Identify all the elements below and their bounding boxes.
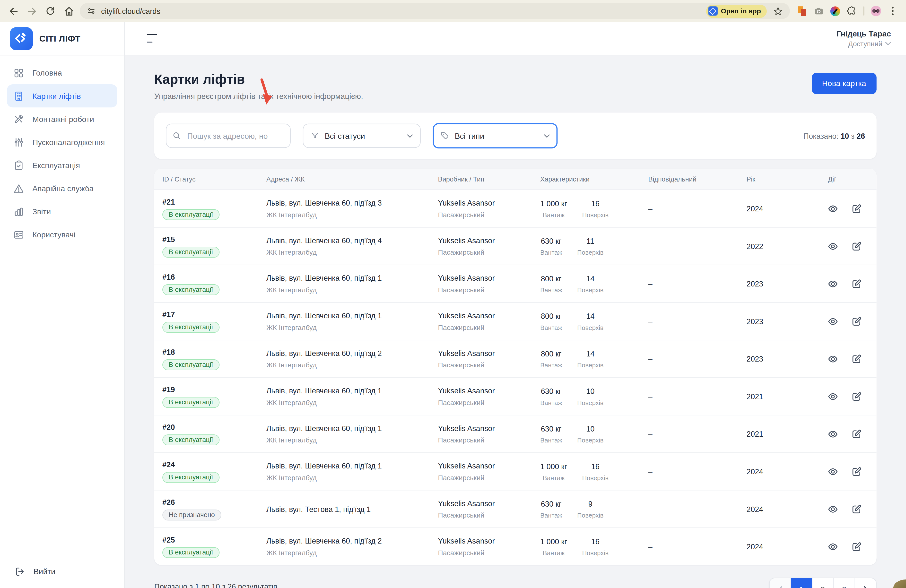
weight-value: 800 кг — [540, 274, 562, 283]
view-button[interactable] — [828, 279, 838, 288]
profile-avatar[interactable] — [871, 6, 881, 16]
table-row: #19В експлуатаціїЛьвів, вул. Шевченка 60… — [154, 378, 877, 416]
sidebar-item-7[interactable]: Звіти — [7, 200, 117, 223]
page-button-2[interactable]: 2 — [812, 578, 834, 588]
column-header: Адреса / ЖК — [266, 176, 438, 183]
view-icon — [828, 316, 838, 326]
edit-icon — [852, 467, 861, 476]
address-cell: Львів, вул. Шевченка 60, під'їзд 1ЖК Інт… — [266, 311, 438, 331]
floors-label: Поверхів — [577, 399, 604, 406]
sidebar-item-4[interactable]: Пусконалагодження — [7, 131, 117, 153]
page-button-3[interactable]: 3 — [834, 578, 855, 588]
edit-button[interactable] — [852, 241, 861, 251]
edit-button[interactable] — [852, 542, 861, 551]
search-input[interactable] — [186, 131, 284, 141]
view-button[interactable] — [828, 542, 838, 551]
actions-cell — [828, 279, 877, 288]
search-box[interactable] — [166, 124, 291, 148]
view-button[interactable] — [828, 204, 838, 214]
view-icon — [828, 392, 838, 401]
responsible-cell: – — [648, 204, 746, 213]
prev-page-button[interactable] — [770, 578, 791, 588]
table-row: #26Не призначеноЛьвів, вул. Тестова 1, п… — [154, 491, 877, 528]
chevron-down-icon — [885, 41, 891, 46]
extension-orange-icon[interactable] — [798, 6, 807, 16]
warning-triangle-icon — [13, 183, 24, 194]
view-icon — [828, 204, 838, 214]
address-bar[interactable]: citylift.cloud/cards Open in app — [80, 3, 790, 19]
forward-icon[interactable] — [24, 3, 39, 19]
sidebar: СІТІ ЛІФТ ГоловнаКартки ліфтівМонтажні р… — [0, 22, 125, 588]
address-cell: Львів, вул. Шевченка 60, під'їзд 1ЖК Інт… — [266, 461, 438, 481]
status-filter-dropdown[interactable]: Всі статуси — [303, 124, 421, 148]
extensions-puzzle-icon[interactable] — [847, 6, 857, 16]
lift-id: #20 — [162, 422, 266, 431]
camera-extension-icon[interactable] — [813, 6, 824, 16]
view-button[interactable] — [828, 429, 838, 438]
new-card-button[interactable]: Нова картка — [812, 73, 877, 94]
page-button-1[interactable]: 1 — [791, 578, 812, 588]
warning-icon — [13, 183, 24, 194]
sidebar-collapse-icon[interactable] — [147, 34, 157, 43]
responsible-cell: – — [648, 467, 746, 476]
view-button[interactable] — [828, 316, 838, 326]
id-status-cell: #19В експлуатації — [162, 385, 266, 408]
edit-icon — [852, 241, 861, 251]
url-text[interactable]: citylift.cloud/cards — [101, 6, 701, 15]
column-header: Відповідальний — [648, 176, 746, 183]
view-button[interactable] — [828, 467, 838, 476]
view-button[interactable] — [828, 354, 838, 363]
sidebar-item-8[interactable]: Користувачі — [7, 223, 117, 246]
edit-button[interactable] — [852, 429, 861, 438]
bookmark-star-icon[interactable] — [773, 6, 783, 16]
results-summary: Показано з 1 по 10 з 26 результатів — [154, 582, 277, 588]
floors-value: 16 — [582, 199, 609, 208]
table-body: #21В експлуатаціїЛьвів, вул. Шевченка 60… — [154, 190, 877, 565]
table-row: #18В експлуатаціїЛьвів, вул. Шевченка 60… — [154, 340, 877, 378]
sidebar-item-3[interactable]: Монтажні роботи — [7, 107, 117, 131]
actions-cell — [828, 316, 877, 326]
tune-icon[interactable] — [87, 6, 96, 16]
user-status-dropdown[interactable]: Доступний — [836, 40, 891, 48]
manufacturer-cell: Yukselis AsansorПасажирський — [438, 386, 540, 406]
actions-cell — [828, 354, 877, 363]
home-icon[interactable] — [61, 3, 76, 19]
complex-line: ЖК Інтергалбуд — [266, 548, 438, 556]
edit-button[interactable] — [852, 316, 861, 326]
view-icon — [828, 241, 838, 251]
floors-label: Поверхів — [577, 324, 604, 331]
logout-button[interactable]: Вийти — [0, 555, 124, 588]
status-badge: В експлуатації — [162, 359, 219, 370]
weight-value: 1 000 кг — [540, 199, 567, 208]
sidebar-item-5[interactable]: Експлуатація — [7, 153, 117, 177]
sidebar-item-1[interactable]: Головна — [7, 61, 117, 84]
edit-button[interactable] — [852, 467, 861, 476]
kebab-menu-icon[interactable] — [887, 5, 898, 17]
type-filter-dropdown[interactable]: Всі типи — [433, 123, 558, 148]
lift-type: Пасажирський — [438, 323, 540, 331]
view-button[interactable] — [828, 504, 838, 514]
next-page-button[interactable] — [855, 578, 876, 588]
edit-button[interactable] — [852, 279, 861, 288]
bar-chart-icon — [13, 206, 24, 217]
tools-icon — [13, 113, 24, 124]
lift-id: #19 — [162, 385, 266, 394]
view-button[interactable] — [828, 392, 838, 401]
edit-button[interactable] — [852, 354, 861, 363]
back-icon[interactable] — [6, 3, 21, 19]
sidebar-item-6[interactable]: Аварійна служба — [7, 177, 117, 200]
complex-line: ЖК Інтергалбуд — [266, 398, 438, 406]
floors-stack: 14Поверхів — [577, 274, 604, 293]
building-icon — [13, 90, 24, 101]
open-in-app-button[interactable]: Open in app — [706, 4, 767, 18]
edit-button[interactable] — [852, 504, 861, 514]
edit-button[interactable] — [852, 392, 861, 401]
edit-icon — [852, 392, 861, 401]
view-button[interactable] — [828, 241, 838, 251]
manufacturer-cell: Yukselis AsansorПасажирський — [438, 311, 540, 331]
edit-button[interactable] — [852, 204, 861, 214]
feather-extension-icon[interactable] — [830, 6, 840, 16]
lift-type: Пасажирський — [438, 211, 540, 219]
reload-icon[interactable] — [43, 3, 58, 19]
sidebar-item-2[interactable]: Картки ліфтів — [7, 84, 117, 107]
